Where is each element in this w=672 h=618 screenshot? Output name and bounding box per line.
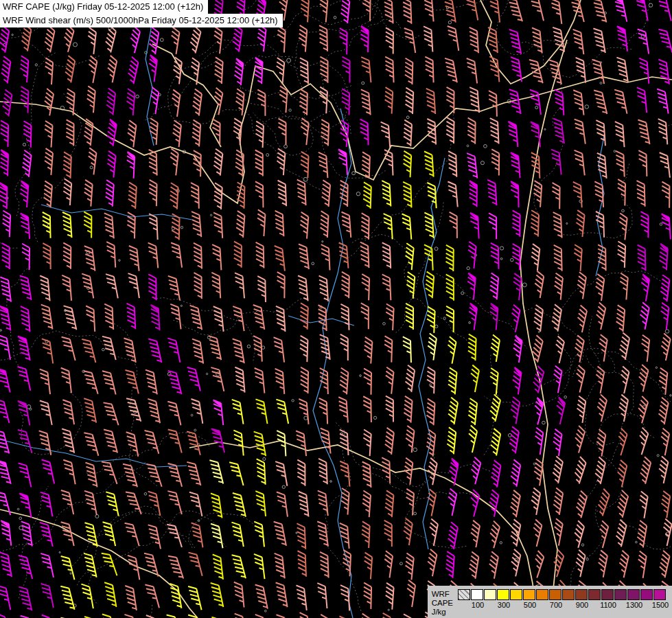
map-canvas	[0, 0, 672, 618]
legend-color-cell	[653, 589, 666, 600]
title-line-shear: WRF Wind shear (m/s) 500/1000hPa Friday …	[0, 14, 283, 27]
legend-color-cell	[562, 589, 575, 600]
legend-color-cell	[471, 589, 483, 600]
legend-color-cell	[588, 589, 601, 600]
title-bar: WRF CAPE (J/kg) Friday 05-12-2025 12:00 …	[0, 0, 283, 27]
legend-tick-label: 900	[576, 601, 588, 609]
legend-tick-row: 100300500700900110013001500	[458, 601, 667, 610]
legend-color-cell	[523, 589, 535, 600]
legend-color-cell	[614, 589, 627, 600]
legend-title-line-1: WRF	[432, 590, 453, 599]
title-line-cape: WRF CAPE (J/kg) Friday 05-12-2025 12:00 …	[0, 0, 208, 14]
legend-color-cell	[484, 589, 496, 600]
legend-tick-label: 500	[524, 601, 536, 609]
legend-tick-label: 1300	[626, 601, 642, 609]
legend-tick-label: 1100	[600, 601, 616, 609]
legend-color-cell	[601, 589, 614, 600]
legend-tick-label: 1500	[652, 601, 669, 609]
legend-color-cell	[640, 589, 653, 600]
legend-color-cell	[627, 589, 640, 600]
legend-title: WRF CAPE J/kg	[432, 589, 453, 617]
legend-color-cell	[510, 589, 522, 600]
legend-tick-label: 700	[550, 601, 562, 609]
cape-legend: WRF CAPE J/kg 10030050070090011001300150…	[428, 586, 672, 618]
legend-colorbar	[458, 589, 667, 600]
legend-tick-label: 100	[472, 601, 484, 609]
legend-title-line-3: J/kg	[432, 608, 453, 617]
legend-color-cell	[549, 589, 561, 600]
legend-color-cell	[536, 589, 548, 600]
legend-colorbar-wrap: 100300500700900110013001500	[458, 589, 667, 610]
legend-color-cell	[497, 589, 509, 600]
legend-tick-label: 300	[498, 601, 510, 609]
weather-map: WRF CAPE (J/kg) Friday 05-12-2025 12:00 …	[0, 0, 672, 618]
legend-title-line-2: CAPE	[432, 599, 453, 608]
legend-color-cell	[575, 589, 588, 600]
legend-color-cell	[458, 589, 470, 600]
